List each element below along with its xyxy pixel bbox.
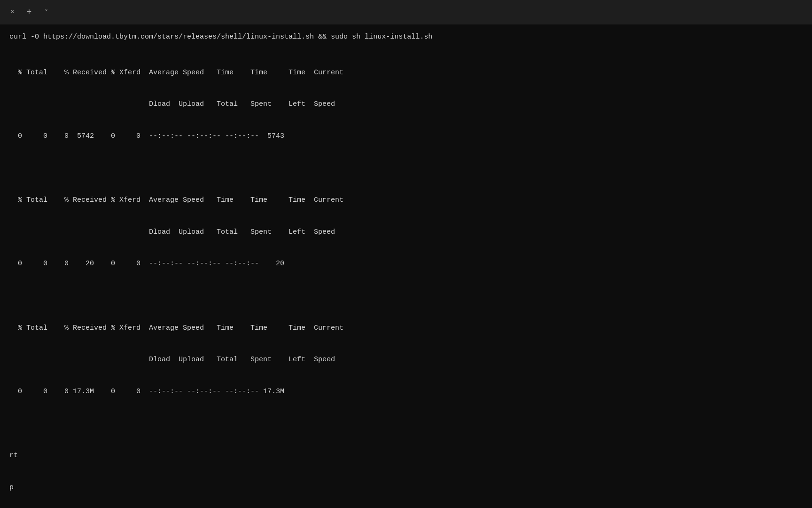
table3-row1: 0 0 0 17.3M 0 0 --:--:-- --:--:-- --:--:… (9, 387, 803, 397)
dropdown-button[interactable]: ˅ (39, 6, 53, 19)
curl-table-2: % Total % Received % Xferd Average Speed… (9, 174, 803, 291)
close-tab-button[interactable]: × (6, 6, 19, 19)
curl-output-1: % Total % Received % Xferd Average Speed… (9, 47, 803, 163)
new-tab-button[interactable]: + (23, 6, 36, 19)
table2-header1: % Total % Received % Xferd Average Speed… (9, 195, 803, 206)
status-line-2: p (9, 483, 803, 493)
table2-header2: Dload Upload Total Spent Left Speed (9, 227, 803, 238)
command-line: curl -O https://download.tbytm.com/stars… (9, 32, 803, 43)
curl-output-2: % Total % Received % Xferd Average Speed… (9, 174, 803, 291)
table2-row1: 0 0 0 20 0 0 --:--:-- --:--:-- --:--:-- … (9, 259, 803, 270)
status-line-1: rt (9, 451, 803, 461)
status-lines: rt p tart (9, 429, 803, 508)
table1-row1: 0 0 0 5742 0 0 --:--:-- --:--:-- --:--:-… (9, 131, 803, 142)
terminal-content[interactable]: curl -O https://download.tbytm.com/stars… (0, 24, 812, 508)
curl-table-1: % Total % Received % Xferd Average Speed… (9, 47, 803, 163)
curl-output-3: % Total % Received % Xferd Average Speed… (9, 302, 803, 419)
table3-header1: % Total % Received % Xferd Average Speed… (9, 323, 803, 334)
curl-table-3: % Total % Received % Xferd Average Speed… (9, 302, 803, 419)
title-bar: × + ˅ (0, 0, 812, 24)
terminal-window: × + ˅ curl -O https://download.tbytm.com… (0, 0, 812, 508)
table1-header2: Dload Upload Total Spent Left Speed (9, 99, 803, 110)
table3-header2: Dload Upload Total Spent Left Speed (9, 355, 803, 365)
table1-header1: % Total % Received % Xferd Average Speed… (9, 68, 803, 79)
